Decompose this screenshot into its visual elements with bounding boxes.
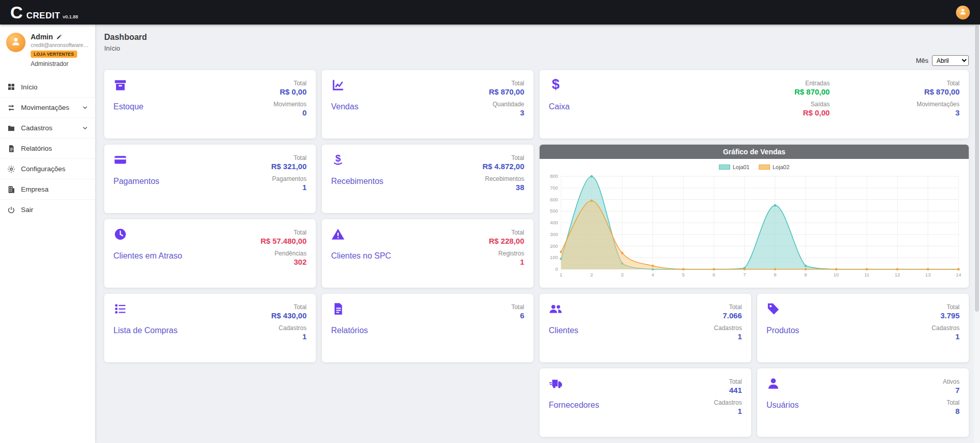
card-stats: Total R$ 430,00 Cadastros 1: [271, 302, 307, 355]
card-clientes-no-spc[interactable]: Clientes no SPC Total R$ 228,00 Registro…: [322, 219, 533, 288]
card-title: Fornecedores: [549, 401, 599, 410]
card-clientes[interactable]: Clientes Total 7.066 Cadastros 1: [540, 294, 751, 362]
svg-text:700: 700: [550, 185, 558, 191]
list-icon: [113, 302, 127, 316]
card-stats: Total 7.066 Cadastros 1: [714, 302, 742, 355]
chevron-down-icon: [82, 125, 88, 131]
month-select[interactable]: Abril: [932, 55, 969, 66]
card-pagamentos[interactable]: Pagamentos Total R$ 321,00 Pagamentos 1: [104, 145, 316, 213]
legend-swatch: [759, 165, 770, 170]
card-clientes-em-atraso[interactable]: Clientes em Atraso Total R$ 57.480,00 Pe…: [104, 219, 316, 288]
card-caixa[interactable]: $ Caixa Entradas R$ 870,00 Saídas R$ 0,0…: [540, 70, 969, 138]
svg-text:$: $: [552, 78, 559, 92]
card-title: Usuários: [766, 401, 799, 410]
sidebar-item-sair[interactable]: Sair: [0, 199, 95, 220]
card-title: Relatórios: [331, 326, 368, 335]
legend-label: Loja01: [733, 164, 750, 170]
power-icon: [7, 206, 15, 214]
sidebar-item-label: Relatórios: [21, 145, 52, 152]
svg-text:6: 6: [713, 272, 715, 277]
svg-text:200: 200: [550, 243, 558, 249]
card-title: Clientes no SPC: [331, 251, 391, 261]
card-title: Lista de Compras: [113, 326, 177, 335]
profile-avatar: [6, 33, 26, 52]
svg-text:4: 4: [651, 272, 654, 277]
chart-line-icon: [331, 78, 345, 92]
sales-chart-card: Gráfico de Vendas Loja01Loja02 123456789…: [540, 145, 969, 288]
svg-text:3: 3: [621, 272, 623, 277]
svg-text:2: 2: [590, 272, 593, 277]
card-title: Recebimentos: [331, 177, 383, 186]
card-stats: Total R$ 228,00 Registros 1: [489, 227, 524, 281]
grid-icon: [7, 83, 15, 91]
svg-text:600: 600: [550, 197, 558, 202]
page-title: Dashboard: [104, 33, 969, 42]
sidebar-item-configuracoes[interactable]: Configurações: [0, 158, 95, 179]
svg-text:400: 400: [550, 220, 558, 225]
chevron-down-icon: [82, 105, 88, 110]
brand[interactable]: C CREDIT v0.1.88: [10, 4, 78, 21]
card-fornecedores[interactable]: Fornecedores Total 441 Cadastros 1: [540, 368, 751, 437]
archive-icon: [113, 78, 127, 92]
card-title: Produtos: [766, 326, 799, 335]
card-stats: Ativos 7 Total 8: [943, 377, 960, 430]
card-title: Pagamentos: [113, 177, 159, 186]
card-relatorios[interactable]: Relatórios Total 6: [322, 294, 533, 362]
sidebar-item-cadastros[interactable]: Cadastros: [0, 118, 95, 138]
svg-text:100: 100: [550, 254, 558, 260]
profile-role: Administrador: [31, 60, 89, 67]
page-scrollbar[interactable]: [974, 25, 980, 443]
svg-text:13: 13: [925, 272, 931, 277]
file-icon: [331, 302, 345, 316]
card-title: Clientes: [549, 326, 578, 335]
chart-title: Gráfico de Vendas: [540, 145, 969, 159]
svg-text:1: 1: [559, 272, 562, 277]
svg-text:11: 11: [865, 272, 870, 277]
svg-text:300: 300: [550, 231, 558, 237]
svg-text:14: 14: [956, 272, 962, 277]
card-usuarios[interactable]: Usuários Ativos 7 Total 8: [757, 368, 969, 437]
month-filter-label: Mês: [916, 57, 928, 64]
legend-item-loja01[interactable]: Loja01: [719, 164, 750, 170]
breadcrumb: Início: [104, 44, 969, 52]
svg-text:5: 5: [682, 272, 685, 277]
scrollbar-thumb[interactable]: [975, 26, 979, 312]
card-recebimentos[interactable]: $ Recebimentos Total R$ 4.872,00 Recebim…: [322, 145, 533, 213]
svg-text:10: 10: [833, 272, 839, 277]
svg-text:8: 8: [774, 272, 776, 277]
card-title: Estoque: [113, 102, 144, 111]
sidebar-item-movimentacoes[interactable]: Movimentações: [0, 97, 95, 118]
sidebar-item-relatorios[interactable]: Relatórios: [0, 138, 95, 158]
card-title: Clientes em Atraso: [113, 251, 182, 261]
legend-item-loja02[interactable]: Loja02: [759, 164, 789, 170]
profile-panel: Admin credit@anronsoftware.co... LOJA VE…: [0, 33, 95, 75]
card-vendas[interactable]: Vendas Total R$ 870,00 Quantidade 3: [322, 70, 533, 138]
sidebar-item-label: Cadastros: [21, 124, 53, 132]
svg-text:9: 9: [804, 272, 807, 277]
card-estoque[interactable]: Estoque Total R$ 0,00 Movimentos 0: [104, 70, 316, 138]
dashboard-grid: Estoque Total R$ 0,00 Movimentos 0 Venda…: [104, 70, 969, 437]
folder-icon: [7, 124, 15, 132]
sidebar-item-label: Configurações: [21, 165, 65, 173]
sidebar-item-inicio[interactable]: Início: [0, 77, 95, 97]
sidebar-item-label: Início: [21, 83, 37, 91]
sidebar-item-empresa[interactable]: Empresa: [0, 179, 95, 199]
report-icon: [7, 145, 15, 153]
edit-profile-icon[interactable]: [56, 34, 62, 40]
sidebar: Admin credit@anronsoftware.co... LOJA VE…: [0, 25, 95, 443]
svg-text:7: 7: [743, 272, 745, 277]
truck-icon: [549, 377, 563, 390]
svg-text:500: 500: [550, 208, 558, 214]
card-produtos[interactable]: Produtos Total 3.795 Cadastros 1: [757, 294, 969, 362]
app-logo: C: [10, 4, 22, 21]
tag-icon: [766, 302, 780, 316]
store-badge: LOJA VERTENTES: [31, 51, 77, 58]
card-lista-de-compras[interactable]: Lista de Compras Total R$ 430,00 Cadastr…: [104, 294, 316, 362]
exchange-icon: [7, 104, 15, 112]
building-icon: [7, 185, 15, 194]
user-avatar-button[interactable]: [956, 6, 970, 19]
card-title: Caixa: [549, 102, 570, 111]
warning-icon: [331, 227, 345, 241]
chart-legend: Loja01Loja02: [545, 162, 964, 172]
gear-icon: [7, 165, 15, 173]
